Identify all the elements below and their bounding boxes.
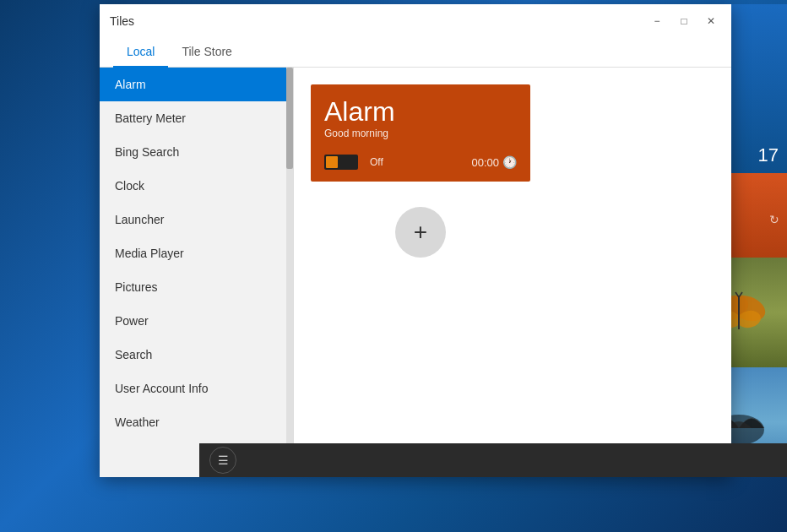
scrollbar-thumb[interactable] (286, 68, 293, 169)
alarm-tile-header: Alarm Good morning (324, 96, 517, 139)
sidebar-item-power[interactable]: Power (100, 304, 293, 338)
alarm-tile-subtitle: Good morning (324, 128, 517, 139)
alarm-tile[interactable]: Alarm Good morning Off 00:00 🕐 (311, 84, 530, 182)
main-window: Tiles − □ ✕ Local Tile Store Alarm Batte… (100, 4, 731, 477)
sidebar: Alarm Battery Meter Bing Search Clock La… (100, 68, 294, 477)
sync-icon[interactable]: ↻ (764, 209, 784, 230)
add-tile-button[interactable]: + (395, 207, 446, 258)
sidebar-item-pictures[interactable]: Pictures (100, 270, 293, 304)
alarm-tile-footer: Off 00:00 🕐 (324, 155, 517, 170)
sidebar-item-launcher[interactable]: Launcher (100, 203, 293, 236)
main-panel: Alarm Good morning Off 00:00 🕐 + (294, 68, 731, 477)
alarm-tile-title: Alarm (324, 96, 517, 128)
alarm-time: 00:00 🕐 (471, 155, 517, 169)
window-title: Tiles (110, 14, 134, 28)
sidebar-item-weather[interactable]: Weather (100, 405, 293, 439)
title-bar-controls: − □ ✕ (647, 11, 721, 31)
sidebar-item-battery-meter[interactable]: Battery Meter (100, 101, 293, 135)
sidebar-item-alarm[interactable]: Alarm (100, 68, 293, 101)
panel-number: 17 (758, 144, 779, 166)
maximize-button[interactable]: □ (674, 11, 694, 31)
tab-bar: Local Tile Store (100, 38, 731, 68)
sidebar-item-bing-search[interactable]: Bing Search (100, 135, 293, 169)
minimize-button[interactable]: − (647, 11, 667, 31)
bottom-bar: ☰ (199, 443, 787, 477)
sidebar-item-clock[interactable]: Clock (100, 169, 293, 203)
sidebar-item-media-player[interactable]: Media Player (100, 236, 293, 270)
sidebar-item-user-account-info[interactable]: User Account Info (100, 372, 293, 405)
close-button[interactable]: ✕ (701, 11, 721, 31)
battery-icon (324, 155, 358, 170)
scrollbar-track[interactable] (286, 68, 293, 477)
list-button[interactable]: ☰ (209, 447, 236, 474)
alarm-status: Off (370, 156, 383, 168)
sidebar-item-search[interactable]: Search (100, 338, 293, 372)
clock-icon: 🕐 (502, 155, 517, 169)
title-bar: Tiles − □ ✕ (100, 4, 731, 38)
battery-fill (326, 156, 338, 168)
tab-tile-store[interactable]: Tile Store (168, 38, 245, 67)
content-area: Alarm Battery Meter Bing Search Clock La… (100, 68, 731, 477)
tab-local[interactable]: Local (113, 38, 168, 67)
